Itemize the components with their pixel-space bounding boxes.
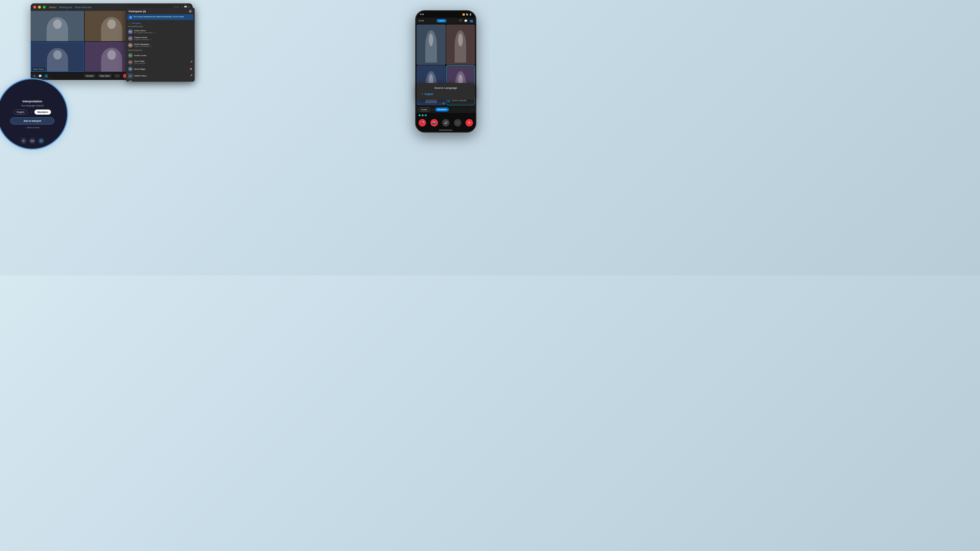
- check-icon-popup: ✓: [421, 92, 423, 95]
- sync-icon: ↻: [33, 75, 36, 78]
- source-language-english-option[interactable]: ✓ English: [420, 92, 472, 96]
- add-guest-button[interactable]: + + Add guest: [126, 21, 195, 25]
- participant-item-2: HR Henry Riggs 🔇: [126, 66, 195, 73]
- participant-avatar-2: HR: [128, 67, 133, 71]
- participant-sub-1: Host, presenter: [134, 62, 188, 64]
- ask-to-interpret-button[interactable]: Ask to interpret: [10, 118, 54, 124]
- participant-avatar-3: GW: [128, 73, 133, 78]
- participant-info-0: Austen Jones: [134, 54, 192, 56]
- notification-text: The current interpreter has started inte…: [134, 16, 184, 18]
- phone-time: 9:41: [420, 13, 424, 15]
- other-controls-toggle[interactable]: › Other controls: [25, 127, 40, 129]
- phone-meeting-bar: 12:40 Layout 🛡 💬 👥: [416, 18, 476, 24]
- phone-screen: 9:41 📶 📡 🔋 12:40 Layout 🛡 💬 👥: [416, 11, 476, 132]
- source-lang-pill[interactable]: English: [418, 108, 430, 111]
- panel-close-button[interactable]: ✕: [189, 10, 192, 13]
- participant-item-0: AJ Austen Jones: [126, 52, 195, 59]
- green-dot: [422, 114, 424, 116]
- interpretation-title: Interpretation: [22, 100, 42, 103]
- interpretation-bottom-bar: ↻ CC 🌐: [21, 138, 44, 144]
- participant-avatar-0: AJ: [128, 53, 133, 58]
- mic-active-icon-3: 🎤: [189, 75, 192, 77]
- interpreter-sub-1: English to Mandarin - 1: [134, 38, 192, 40]
- interpreter-item-1: CS Clarissa Smith English to Mandarin - …: [126, 35, 195, 42]
- video-cell-4: Darren Owens: [30, 42, 84, 72]
- mobile-phone: 9:41 📶 📡 🔋 12:40 Layout 🛡 💬 👥: [415, 10, 476, 133]
- phone-more-button[interactable]: ···: [454, 119, 461, 127]
- lang-arrow: →: [431, 108, 434, 111]
- phone-silhouette-2: [455, 30, 466, 63]
- interpreters-section-label: Interpreters: [126, 25, 195, 28]
- participant-item-3: GW GREAT WALL 🎤: [126, 73, 195, 79]
- unmute-button[interactable]: Unmute: [84, 74, 95, 78]
- phone-mute-button[interactable]: 🎤: [418, 119, 426, 127]
- phone-meeting-time: 12:40: [418, 20, 424, 22]
- stop-video-button[interactable]: Stop video: [98, 74, 111, 78]
- target-language-pill[interactable]: Mandarin: [34, 110, 51, 114]
- chat-phone-icon[interactable]: 💬: [464, 19, 468, 22]
- show-menu-bar[interactable]: Show menu bar: [75, 6, 92, 8]
- participant-info-2: Henry Riggs: [134, 68, 188, 70]
- meeting-info-link[interactable]: Meeting info: [59, 6, 72, 8]
- participant-name-3: GREAT WALL: [134, 75, 188, 77]
- phone-video-cell-1: [417, 24, 446, 65]
- interpreter-sub-2: English to Mandarin - 2: [134, 45, 192, 47]
- interpreter-avatar-2: EN: [128, 43, 133, 48]
- interpreter-info-1: Clarissa Smith English to Mandarin - 1: [134, 37, 192, 40]
- interpreter-info-2: Emily Nakagawa English to Mandarin - 2: [134, 43, 192, 47]
- participant-info-1: Umar Patel Host, presenter: [134, 60, 188, 64]
- participant-avatar-4: SG: [128, 80, 133, 82]
- home-indicator: [416, 128, 476, 132]
- interpretation-panel: Interpretation Your language channel Eng…: [0, 78, 68, 150]
- source-language-popup: Source Language ✓ English: [417, 83, 475, 100]
- participant-item-4: SG Sofia Gomez: [126, 79, 195, 82]
- color-dots: [418, 114, 427, 116]
- phone-volume-button[interactable]: 🔊: [442, 119, 450, 127]
- video-cell-1: [30, 11, 84, 41]
- chat-icon[interactable]: 💬: [38, 75, 42, 78]
- participants-panel: Participants (9) ✕ The current interpret…: [126, 8, 195, 82]
- target-lang-pill[interactable]: Mandarin: [435, 108, 449, 111]
- shield-icon: 🛡: [460, 19, 462, 22]
- signal-icon: 📶: [463, 13, 465, 16]
- language-selector-row: English → Mandarin ···: [416, 106, 476, 113]
- phone-action-bar: 🎤 📷 🔊 ··· ✕: [416, 118, 476, 128]
- maximize-dot[interactable]: [43, 6, 46, 8]
- interpreter-info-0: Kristin Stone Me, English to Mandarin - …: [134, 30, 192, 34]
- mic-muted-icon-2: 🔇: [189, 68, 192, 70]
- person-silhouette-1: [47, 17, 68, 41]
- interpreter-item-2: EN Emily Nakagawa English to Mandarin - …: [126, 42, 195, 49]
- mic-active-icon: 🎤: [189, 61, 192, 64]
- blue-dot: [425, 114, 427, 116]
- layout-button[interactable]: Layout: [437, 19, 447, 22]
- close-dot[interactable]: [33, 6, 36, 8]
- minimize-dot[interactable]: [38, 6, 41, 8]
- notification-bar: The current interpreter has started inte…: [127, 14, 193, 20]
- participant-name-0: Austen Jones: [134, 54, 192, 56]
- home-bar: [439, 130, 453, 130]
- battery-icon: 🔋: [469, 13, 472, 16]
- chevron-right-icon: ›: [25, 127, 26, 129]
- interpreter-avatar-0: KS: [128, 29, 133, 34]
- titlebar-text: Webex Meeting info Show menu bar: [49, 6, 92, 8]
- language-row: English → Mandarin: [14, 110, 51, 114]
- more-options-button[interactable]: ···: [115, 74, 120, 78]
- source-language-pill[interactable]: English: [14, 110, 27, 114]
- participants-section-label: Participants: [126, 49, 195, 52]
- lang-more-button[interactable]: ···: [471, 108, 473, 111]
- phone-silhouette-1: [425, 30, 437, 63]
- phone-video-cell-2: [446, 24, 476, 65]
- phone-color-bar: [416, 113, 476, 118]
- globe-bottom-icon[interactable]: 🌐: [38, 138, 44, 144]
- participants-phone-icon[interactable]: 👥: [469, 19, 473, 22]
- phone-end-button[interactable]: ✕: [466, 119, 473, 127]
- interpretation-subtitle: Your language channel: [21, 105, 43, 107]
- interpreter-avatar-1: CS: [128, 36, 133, 41]
- participant-info-3: GREAT WALL: [134, 75, 188, 77]
- lang-arrow-icon: →: [30, 111, 32, 114]
- phone-video-button[interactable]: 📷: [430, 119, 438, 127]
- phone-status-icons: 📶 📡 🔋: [463, 13, 472, 16]
- video-cell-label-4: Darren Owens: [32, 68, 45, 70]
- globe-icon[interactable]: 🌐: [45, 75, 48, 78]
- muted-indicator: 🔇: [443, 102, 445, 105]
